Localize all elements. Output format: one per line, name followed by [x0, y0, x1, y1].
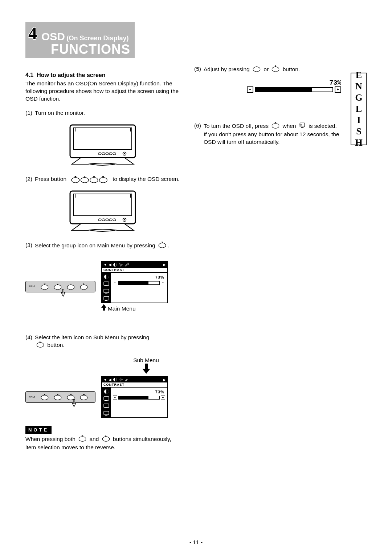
left-column: 4 OSD (On Screen Display) FUNCTIONS 4.1 … [25, 22, 180, 451]
svg-line-29 [122, 266, 122, 266]
plus-button-icon [271, 65, 280, 72]
minus-button-icon [252, 65, 261, 72]
osd-header: CONTRAST [102, 268, 167, 273]
big-slider-minus-icon[interactable]: − [247, 86, 253, 93]
title-functions: FUNCTIONS [51, 43, 130, 56]
osd-topbar: ▼◀ ▶ [102, 377, 167, 382]
osd-figure-sub-menu: FPM ▼◀ [25, 376, 180, 418]
svg-point-36 [120, 379, 122, 381]
control-panel: FPM [25, 281, 95, 292]
contrast-icon [113, 263, 117, 267]
title-main: OSD [41, 31, 65, 42]
main-menu-caption: Main Menu [108, 305, 136, 312]
step-2: (2) Press button to display the OSD scre… [25, 175, 180, 183]
osd-slider-2[interactable]: − + [113, 396, 165, 400]
right-button-icon [101, 435, 111, 442]
down-button-icon [271, 122, 280, 129]
down-button-icon [158, 242, 167, 248]
adjust-slider: 73% − + [247, 79, 341, 93]
panel-down-button[interactable] [40, 394, 49, 400]
svg-line-28 [119, 263, 120, 264]
step-4: (4) Select the item icon on Sub Menu by … [25, 334, 180, 350]
brightness-icon [119, 263, 123, 267]
osd-figure-main-menu: FPM ▼◀ [25, 261, 180, 312]
step-6: (6) To turn the OSD off, press when is s… [194, 122, 348, 146]
svg-line-30 [119, 266, 120, 266]
up-arrow-icon [101, 304, 106, 311]
osd-header-2: CONTRAST [102, 382, 167, 388]
panel-minus-button[interactable] [66, 283, 75, 290]
fpm-label-2: FPM [29, 396, 35, 399]
right-column: (5) Adjust by pressing or button. 73% − … [194, 22, 367, 451]
sub-menu-caption: Sub Menu [133, 357, 159, 364]
step-3: (3) Select the group icon on Main Menu b… [25, 242, 180, 250]
osd-side-screen3-icon [103, 296, 109, 301]
slider-minus-icon[interactable]: − [113, 281, 117, 285]
down-arrow-icon [141, 364, 152, 374]
monitor-figure-1 [25, 122, 180, 169]
title-sub: (On Screen Display) [66, 35, 128, 42]
osd-side-contrast-icon [103, 274, 109, 279]
svg-marker-33 [101, 304, 106, 311]
language-tab: ENGLISH [351, 73, 367, 145]
panel-down-button[interactable] [40, 283, 49, 290]
button-row-icon [70, 176, 110, 183]
osd-side-screen2-icon [103, 289, 109, 294]
control-panel-2: FPM [25, 391, 95, 403]
pointer-arrow-icon [71, 399, 78, 407]
step-1: (1) Turn on the monitor. [25, 109, 180, 117]
svg-point-23 [120, 264, 122, 266]
section-heading: 4.1 How to adjust the screen [25, 72, 180, 78]
adjust-percent: 73% [247, 79, 341, 86]
slider-plus-icon[interactable]: + [161, 281, 165, 285]
osd-window: ▼◀ ▶ CONTRAST [101, 261, 168, 303]
svg-marker-34 [142, 364, 150, 374]
chapter-title-box: 4 OSD (On Screen Display) FUNCTIONS [25, 22, 135, 58]
page-number: - 11 - [0, 539, 392, 546]
svg-line-31 [122, 263, 122, 264]
monitor-figure-2 [25, 188, 180, 235]
osd-side-screen-icon [103, 281, 109, 287]
right-button-icon [36, 341, 45, 348]
step-5: (5) Adjust by pressing or button. [194, 65, 348, 74]
osd-window-2: ▼◀ ▶ CONTRAST [101, 376, 168, 418]
chapter-number: 4 [28, 25, 37, 42]
big-slider-plus-icon[interactable]: + [335, 86, 341, 93]
note-body: When pressing both and buttons simultane… [25, 435, 180, 451]
osd-slider[interactable]: − + [113, 281, 165, 285]
exit-icon [298, 122, 306, 129]
note-badge: NOTE [25, 426, 52, 434]
panel-plus-button[interactable] [79, 394, 89, 400]
pointer-arrow-icon [60, 289, 67, 297]
panel-plus-button[interactable] [79, 283, 89, 290]
osd-percent: 73% [113, 275, 165, 279]
tool-icon [124, 263, 129, 267]
osd-sidebar [102, 273, 111, 303]
osd-topbar: ▼◀ ▶ [102, 262, 167, 268]
fpm-label: FPM [29, 285, 35, 288]
down-button-icon [78, 435, 87, 442]
intro-text: The monitor has an OSD(On Screen Display… [25, 80, 180, 103]
language-tab-label: ENGLISH [353, 70, 364, 149]
panel-right-button[interactable] [53, 394, 62, 400]
